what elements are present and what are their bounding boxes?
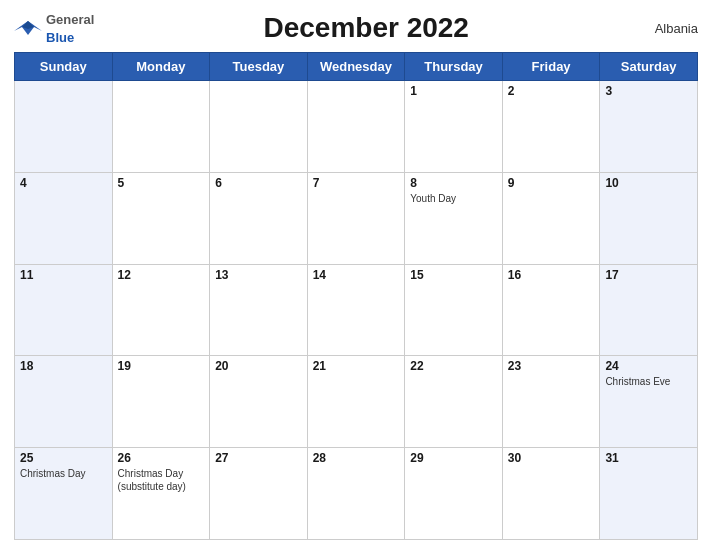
logo: General Blue xyxy=(14,10,94,46)
calendar-cell: 12 xyxy=(112,264,210,356)
day-number: 5 xyxy=(118,176,205,190)
calendar-cell: 13 xyxy=(210,264,308,356)
logo-blue: Blue xyxy=(46,30,74,45)
calendar-cell: 4 xyxy=(15,172,113,264)
country-label: Albania xyxy=(638,21,698,36)
day-number: 11 xyxy=(20,268,107,282)
day-number: 12 xyxy=(118,268,205,282)
calendar-cell: 14 xyxy=(307,264,405,356)
calendar-cell xyxy=(307,81,405,173)
calendar-week-row: 45678Youth Day910 xyxy=(15,172,698,264)
day-number: 30 xyxy=(508,451,595,465)
calendar-cell xyxy=(15,81,113,173)
weekday-header-friday: Friday xyxy=(502,53,600,81)
calendar-cell: 10 xyxy=(600,172,698,264)
weekday-header-sunday: Sunday xyxy=(15,53,113,81)
calendar-cell: 9 xyxy=(502,172,600,264)
calendar-cell xyxy=(112,81,210,173)
event-text: Christmas Day (substitute day) xyxy=(118,467,205,493)
calendar-cell: 30 xyxy=(502,448,600,540)
logo-bird-icon xyxy=(14,17,42,39)
calendar-cell: 18 xyxy=(15,356,113,448)
calendar-cell: 5 xyxy=(112,172,210,264)
day-number: 4 xyxy=(20,176,107,190)
event-text: Christmas Day xyxy=(20,467,107,480)
calendar-cell: 25Christmas Day xyxy=(15,448,113,540)
weekday-header-tuesday: Tuesday xyxy=(210,53,308,81)
day-number: 9 xyxy=(508,176,595,190)
day-number: 26 xyxy=(118,451,205,465)
day-number: 1 xyxy=(410,84,497,98)
calendar-cell: 29 xyxy=(405,448,503,540)
day-number: 16 xyxy=(508,268,595,282)
event-text: Youth Day xyxy=(410,192,497,205)
calendar-cell: 27 xyxy=(210,448,308,540)
day-number: 10 xyxy=(605,176,692,190)
day-number: 19 xyxy=(118,359,205,373)
day-number: 29 xyxy=(410,451,497,465)
calendar-cell: 20 xyxy=(210,356,308,448)
calendar-cell: 2 xyxy=(502,81,600,173)
calendar-cell: 21 xyxy=(307,356,405,448)
day-number: 25 xyxy=(20,451,107,465)
calendar-cell: 16 xyxy=(502,264,600,356)
day-number: 31 xyxy=(605,451,692,465)
day-number: 21 xyxy=(313,359,400,373)
calendar-cell: 31 xyxy=(600,448,698,540)
day-number: 20 xyxy=(215,359,302,373)
calendar-cell: 15 xyxy=(405,264,503,356)
day-number: 7 xyxy=(313,176,400,190)
weekday-header-wednesday: Wednesday xyxy=(307,53,405,81)
calendar-header: General Blue December 2022 Albania xyxy=(14,10,698,46)
calendar-cell: 28 xyxy=(307,448,405,540)
calendar-week-row: 25Christmas Day26Christmas Day (substitu… xyxy=(15,448,698,540)
event-text: Christmas Eve xyxy=(605,375,692,388)
calendar-table: SundayMondayTuesdayWednesdayThursdayFrid… xyxy=(14,52,698,540)
calendar-cell: 11 xyxy=(15,264,113,356)
day-number: 23 xyxy=(508,359,595,373)
calendar-cell: 1 xyxy=(405,81,503,173)
calendar-week-row: 11121314151617 xyxy=(15,264,698,356)
day-number: 15 xyxy=(410,268,497,282)
calendar-week-row: 123 xyxy=(15,81,698,173)
weekday-header-thursday: Thursday xyxy=(405,53,503,81)
calendar-cell: 24Christmas Eve xyxy=(600,356,698,448)
day-number: 18 xyxy=(20,359,107,373)
logo-general: General xyxy=(46,12,94,27)
calendar-cell: 22 xyxy=(405,356,503,448)
calendar-header-row: SundayMondayTuesdayWednesdayThursdayFrid… xyxy=(15,53,698,81)
day-number: 8 xyxy=(410,176,497,190)
calendar-cell: 26Christmas Day (substitute day) xyxy=(112,448,210,540)
day-number: 6 xyxy=(215,176,302,190)
weekday-header-monday: Monday xyxy=(112,53,210,81)
logo-text: General Blue xyxy=(46,10,94,46)
weekday-header-saturday: Saturday xyxy=(600,53,698,81)
day-number: 17 xyxy=(605,268,692,282)
calendar-cell xyxy=(210,81,308,173)
day-number: 13 xyxy=(215,268,302,282)
day-number: 27 xyxy=(215,451,302,465)
calendar-cell: 17 xyxy=(600,264,698,356)
day-number: 3 xyxy=(605,84,692,98)
calendar-title: December 2022 xyxy=(94,12,638,44)
calendar-cell: 3 xyxy=(600,81,698,173)
calendar-page: General Blue December 2022 Albania Sunda… xyxy=(0,0,712,550)
calendar-cell: 7 xyxy=(307,172,405,264)
calendar-cell: 19 xyxy=(112,356,210,448)
day-number: 2 xyxy=(508,84,595,98)
day-number: 14 xyxy=(313,268,400,282)
calendar-cell: 23 xyxy=(502,356,600,448)
calendar-week-row: 18192021222324Christmas Eve xyxy=(15,356,698,448)
day-number: 24 xyxy=(605,359,692,373)
calendar-cell: 6 xyxy=(210,172,308,264)
day-number: 28 xyxy=(313,451,400,465)
calendar-cell: 8Youth Day xyxy=(405,172,503,264)
day-number: 22 xyxy=(410,359,497,373)
